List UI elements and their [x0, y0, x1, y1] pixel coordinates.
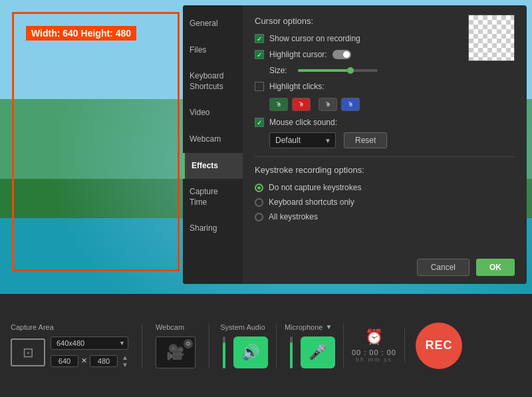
size-inputs: ✕ ▲ ▼ [51, 354, 128, 368]
sound-dropdown[interactable]: Default ▼ [269, 132, 336, 148]
highlight-cursor-label: Highlight cursor: [269, 50, 327, 59]
resolution-dropdown-arrow: ▼ [119, 340, 125, 346]
size-slider-track[interactable] [298, 69, 378, 72]
size-spinners[interactable]: ▲ ▼ [122, 354, 128, 368]
rec-section: REC [405, 323, 462, 369]
system-audio-level [223, 342, 225, 368]
size-x-label: ✕ [81, 356, 87, 365]
sidebar-item-files[interactable]: Files [183, 37, 243, 64]
color-btn-green[interactable]: 🖱 [269, 98, 288, 111]
microphone-label: Microphone [285, 323, 323, 331]
show-cursor-checkbox[interactable] [255, 34, 264, 43]
rec-button[interactable]: REC [416, 323, 462, 369]
color-btn-blue[interactable]: 🖱 [341, 98, 360, 111]
color-btn-dark[interactable]: 🖱 [319, 98, 337, 111]
capture-right: 640x480 ▼ ✕ ▲ ▼ [51, 336, 128, 368]
timer-icon: ⏰ [365, 329, 383, 346]
highlight-cursor-checkbox[interactable] [255, 50, 264, 59]
radio-all-keystrokes[interactable] [255, 213, 263, 221]
ok-button[interactable]: OK [476, 259, 515, 276]
mic-slider[interactable] [290, 336, 293, 368]
dropdown-arrow-icon: ▼ [325, 137, 331, 144]
mouse-click-sound-checkbox[interactable] [255, 118, 264, 127]
mic-dropdown-arrow-icon[interactable]: ▼ [325, 323, 332, 331]
timer-display: 00 : 00 : 00 [352, 348, 396, 356]
timer-sublabel: hh mm ss [356, 356, 392, 363]
size-label: Size: [269, 66, 293, 75]
capture-icon-box[interactable]: ⊡ [11, 338, 45, 366]
highlight-clicks-row: Highlight clicks: [255, 82, 515, 91]
radio-no-capture-row: Do not capture keystrokes [255, 183, 515, 192]
action-buttons-row: Cancel OK [417, 259, 515, 276]
mic-level [290, 342, 293, 368]
mic-label-row: Microphone ▼ [285, 323, 332, 331]
highlight-clicks-checkbox[interactable] [255, 82, 264, 91]
radio-all-row: All keystrokes [255, 212, 515, 221]
sidebar-item-effects[interactable]: Effects [183, 153, 243, 180]
size-slider-thumb[interactable] [347, 67, 354, 74]
spin-down[interactable]: ▼ [122, 361, 128, 368]
mouse-click-sound-label: Mouse click sound: [269, 118, 337, 127]
highlight-clicks-label: Highlight clicks: [269, 82, 325, 91]
settings-main-content: Cursor options: Show cursor on recording… [243, 5, 527, 284]
system-audio-section: System Audio 🔊 [209, 323, 277, 368]
size-slider-row: Size: [269, 66, 515, 75]
webcam-icon: 🎥 [166, 344, 184, 361]
highlight-cursor-toggle[interactable] [332, 50, 351, 59]
system-audio-label: System Audio [220, 323, 265, 331]
reset-button[interactable]: Reset [344, 132, 387, 148]
cancel-button[interactable]: Cancel [417, 259, 469, 276]
radio-all-label: All keystrokes [269, 212, 318, 221]
sidebar-item-webcam[interactable]: Webcam [183, 126, 243, 153]
microphone-section: Microphone ▼ 🎤 [277, 323, 344, 368]
mouse-click-sound-row: Mouse click sound: [255, 118, 515, 127]
speaker-icon: 🔊 [241, 344, 259, 361]
height-input[interactable] [90, 355, 118, 367]
sidebar-item-keyboard-shortcuts[interactable]: Keyboard Shortcuts [183, 63, 243, 100]
radio-no-capture-label: Do not capture keystrokes [269, 183, 361, 192]
show-cursor-label: Show cursor on recording [269, 34, 360, 43]
width-input[interactable] [51, 355, 78, 367]
radio-no-capture[interactable] [255, 184, 263, 192]
sidebar-item-video[interactable]: Video [183, 100, 243, 126]
system-audio-controls: 🔊 [217, 336, 268, 368]
timer-section: ⏰ 00 : 00 : 00 hh mm ss [344, 329, 405, 363]
webcam-section: Webcam 🎥 ⚙ [142, 323, 209, 368]
resolution-value: 640x480 [57, 339, 84, 347]
webcam-settings-icon[interactable]: ⚙ [184, 339, 193, 348]
dropdown-reset-row: Default ▼ Reset [269, 132, 515, 148]
size-slider-fill [298, 69, 350, 72]
sidebar-item-sharing[interactable]: Sharing [183, 215, 243, 242]
resolution-dropdown[interactable]: 640x480 ▼ [51, 336, 128, 350]
capture-area-section: Capture Area ⊡ 640x480 ▼ ✕ ▲ ▼ [11, 323, 142, 368]
system-audio-slider[interactable] [223, 336, 225, 368]
sidebar-item-general[interactable]: General [183, 11, 243, 37]
system-audio-button[interactable]: 🔊 [233, 336, 268, 368]
capture-controls: ⊡ 640x480 ▼ ✕ ▲ ▼ [11, 336, 128, 368]
color-buttons-row: 🖱 🖱 🖱 🖱 [269, 98, 515, 111]
cursor-preview [468, 15, 515, 61]
microphone-button[interactable]: 🎤 [301, 336, 335, 368]
mic-controls: 🎤 [285, 336, 335, 368]
settings-panel: General Files Keyboard Shortcuts Video W… [183, 5, 527, 284]
dropdown-value: Default [275, 136, 301, 145]
microphone-icon: 🎤 [309, 344, 327, 361]
divider [255, 156, 515, 157]
spin-up[interactable]: ▲ [122, 354, 128, 361]
keystroke-title: Keystroke recording options: [255, 165, 515, 175]
radio-shortcuts-label: Keyboard shortcuts only [269, 198, 354, 207]
capture-area-label: Capture Area [11, 323, 128, 331]
radio-shortcuts-only[interactable] [255, 198, 263, 207]
capture-icon: ⊡ [23, 344, 34, 360]
bottom-toolbar: Capture Area ⊡ 640x480 ▼ ✕ ▲ ▼ [0, 294, 532, 397]
color-btn-red[interactable]: 🖱 [292, 98, 311, 111]
webcam-label: Webcam [156, 323, 196, 331]
radio-shortcuts-row: Keyboard shortcuts only [255, 198, 515, 207]
webcam-box[interactable]: 🎥 ⚙ [156, 336, 196, 368]
sidebar-item-capture-time[interactable]: Capture Time [183, 179, 243, 215]
settings-sidebar: General Files Keyboard Shortcuts Video W… [183, 5, 243, 284]
